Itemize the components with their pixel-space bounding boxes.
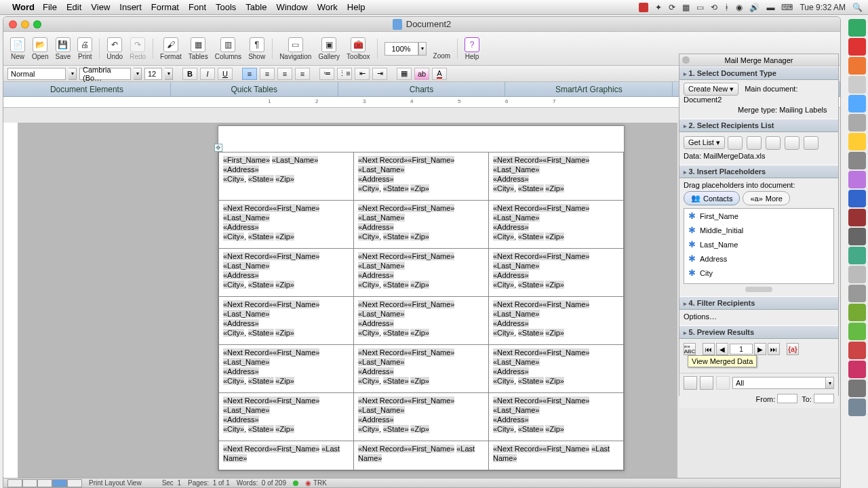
tab-quick-tables[interactable]: Quick Tables: [171, 82, 338, 96]
show-button[interactable]: ¶Show: [248, 37, 265, 60]
view-draft-button[interactable]: [7, 479, 22, 487]
align-right-button[interactable]: ≡: [277, 68, 292, 80]
merge-range-dropdown[interactable]: All: [732, 377, 826, 389]
zoom-dropdown[interactable]: ▾: [418, 42, 427, 56]
zoom-input[interactable]: [384, 42, 418, 56]
undo-button[interactable]: ↶Undo: [106, 37, 123, 60]
from-input[interactable]: [777, 394, 797, 403]
underline-button[interactable]: U: [218, 68, 233, 80]
increase-indent-button[interactable]: ⇥: [372, 68, 387, 80]
save-button[interactable]: 💾Save: [55, 37, 71, 60]
section-insert-placeholders[interactable]: 3. Insert Placeholders: [679, 165, 838, 178]
section-filter-recipients[interactable]: 4. Filter Recipients: [679, 296, 838, 310]
field-last-name[interactable]: ✱Last_Name: [684, 237, 833, 251]
label-cell[interactable]: «Next Record»«First_Name» «Last Name»: [489, 441, 624, 470]
vertical-ruler[interactable]: [3, 123, 18, 479]
placeholder-fields-list[interactable]: ✱First_Name ✱Middle_Initial ✱Last_Name ✱…: [684, 208, 834, 284]
show-field-codes-button[interactable]: {a}: [787, 343, 799, 355]
open-button[interactable]: 📂Open: [32, 37, 48, 60]
menu-font[interactable]: Font: [189, 2, 206, 12]
table-move-handle[interactable]: ✥: [214, 144, 222, 152]
columns-button[interactable]: ▥Columns: [215, 37, 241, 60]
navigation-button[interactable]: ▭Navigation: [279, 37, 311, 60]
keyboard-icon[interactable]: ⌨: [781, 3, 793, 12]
prev-record-button[interactable]: ◀: [716, 343, 728, 355]
new-button[interactable]: 📄New: [10, 37, 25, 60]
field-city[interactable]: ✱City: [684, 266, 833, 280]
italic-button[interactable]: I: [200, 68, 215, 80]
field-address[interactable]: ✱Address: [684, 251, 833, 266]
more-tab[interactable]: «a»More: [743, 191, 789, 205]
timemachine-icon[interactable]: ⟲: [711, 3, 717, 12]
dock-app-icon[interactable]: [848, 228, 866, 245]
menu-tools[interactable]: Tools: [216, 2, 236, 12]
dock-app-icon[interactable]: [848, 247, 866, 264]
screen-record-icon[interactable]: [639, 3, 648, 12]
label-cell[interactable]: «Next Record»«First_Name» «Last_Name»«Ad…: [354, 345, 489, 393]
label-cell[interactable]: «Next Record»«First_Name» «Last_Name»«Ad…: [219, 393, 354, 441]
font-color-button[interactable]: A: [432, 68, 447, 80]
gallery-button[interactable]: ▣Gallery: [318, 37, 340, 60]
merge-to-document-icon[interactable]: [700, 376, 713, 390]
to-input[interactable]: [814, 394, 834, 403]
merge-to-printer-icon[interactable]: [684, 376, 697, 390]
label-cell[interactable]: «Next Record»«First_Name» «Last_Name»«Ad…: [219, 297, 354, 345]
record-number-input[interactable]: [730, 344, 753, 354]
field-first-name[interactable]: ✱First_Name: [684, 209, 833, 223]
label-cell[interactable]: «Next Record»«First_Name» «Last_Name»«Ad…: [219, 345, 354, 393]
highlight-button[interactable]: ab: [414, 68, 429, 80]
tables-button[interactable]: ▦Tables: [189, 37, 208, 60]
section-preview-results[interactable]: 5. Preview Results: [679, 325, 838, 339]
menu-format[interactable]: Format: [151, 2, 179, 12]
label-cell[interactable]: «Next Record»«First_Name» «Last_Name»«Ad…: [354, 249, 489, 297]
align-justify-button[interactable]: ≡: [295, 68, 310, 80]
dock-app-icon[interactable]: [848, 380, 866, 397]
dock-app-icon[interactable]: [848, 285, 866, 302]
bulleted-list-button[interactable]: ⋮≡: [337, 68, 352, 80]
create-new-button[interactable]: Create New ▾: [684, 83, 738, 96]
dock-indesign2-icon[interactable]: [848, 361, 866, 378]
font-size-dropdown[interactable]: 12: [144, 68, 162, 80]
dock-app-icon[interactable]: [848, 171, 866, 188]
font-size-dropdown-arrow[interactable]: ▾: [165, 68, 173, 80]
style-dropdown-arrow[interactable]: ▾: [68, 68, 77, 80]
dock-app-icon[interactable]: [848, 19, 866, 37]
spotlight-icon[interactable]: 🔍: [852, 3, 863, 12]
mailing-labels-table[interactable]: «First_Name» «Last_Name»«Address»«City»,…: [218, 152, 624, 470]
label-cell[interactable]: «Next Record»«First_Name» «Last_Name»«Ad…: [489, 201, 624, 249]
label-cell[interactable]: «Next Record»«First_Name» «Last_Name»«Ad…: [219, 249, 354, 297]
menu-insert[interactable]: Insert: [119, 2, 142, 12]
menu-work[interactable]: Work: [317, 2, 338, 12]
clock[interactable]: Tue 9:32 AM: [800, 3, 846, 12]
sync-icon[interactable]: ⟳: [669, 3, 675, 12]
wifi-icon[interactable]: ◉: [736, 3, 743, 12]
section-select-recipients-list[interactable]: 2. Select Recipients List: [679, 119, 838, 132]
spaces-icon[interactable]: ▦: [682, 3, 690, 12]
menu-view[interactable]: View: [91, 2, 110, 12]
label-cell[interactable]: «Next Record»«First_Name» «Last_Name»«Ad…: [489, 345, 624, 393]
menu-table[interactable]: Table: [245, 2, 267, 12]
style-dropdown[interactable]: Normal: [7, 68, 66, 80]
expand-handle[interactable]: [745, 287, 772, 292]
toolbox-button[interactable]: 🧰Toolbox: [347, 37, 370, 60]
label-cell[interactable]: «Next Record»«First_Name» «Last_Name»«Ad…: [489, 249, 624, 297]
format-button[interactable]: 🖌Format: [160, 37, 182, 60]
tab-charts[interactable]: Charts: [338, 82, 506, 96]
spellcheck-status-icon[interactable]: [293, 481, 298, 486]
document-area[interactable]: ✥ «First_Name» «Last_Name»«Address»«City…: [18, 123, 677, 479]
bluetooth-icon[interactable]: ᚼ: [724, 3, 729, 12]
view-outline-button[interactable]: [22, 479, 37, 487]
dock-app-icon[interactable]: [848, 152, 866, 169]
validate-icon[interactable]: [804, 136, 818, 150]
find-record-icon[interactable]: [766, 136, 781, 150]
merge-to-email-icon[interactable]: [716, 376, 730, 390]
label-cell[interactable]: «Next Record»«First_Name» «Last_Name»«Ad…: [219, 201, 354, 249]
label-cell[interactable]: «Next Record»«First_Name» «Last_Name»«Ad…: [354, 152, 489, 201]
dock-indesign-icon[interactable]: [848, 209, 866, 226]
font-dropdown[interactable]: Cambria (Bo…: [79, 68, 131, 80]
first-record-button[interactable]: ⏮: [703, 343, 715, 355]
view-notebook-button[interactable]: [67, 479, 82, 487]
dock-app-icon[interactable]: [848, 76, 866, 94]
app-menu[interactable]: Word: [12, 2, 35, 12]
tab-document-elements[interactable]: Document Elements: [3, 82, 171, 96]
